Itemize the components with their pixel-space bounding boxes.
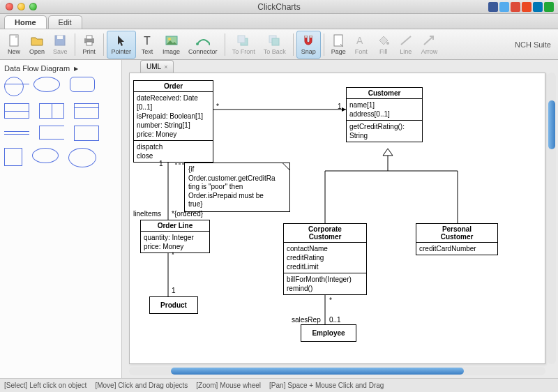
shape-square[interactable] bbox=[4, 148, 22, 166]
linkedin-icon[interactable] bbox=[533, 2, 543, 12]
canvas[interactable]: Order dateReceived: Date [0..1] isPrepai… bbox=[129, 73, 545, 364]
shape-big-ellipse[interactable] bbox=[68, 148, 96, 167]
uml-attrs: creditCardNumber bbox=[416, 242, 497, 255]
shape-palette bbox=[4, 77, 117, 167]
horizontal-scroll-thumb[interactable] bbox=[171, 368, 464, 375]
page-icon bbox=[331, 33, 345, 47]
arrow-icon bbox=[422, 33, 436, 47]
shape-rect[interactable] bbox=[74, 126, 99, 141]
line-button[interactable]: Line bbox=[395, 31, 417, 59]
uml-ops: dispatch close bbox=[134, 140, 213, 162]
toback-label: To Back bbox=[264, 48, 286, 55]
svg-rect-17 bbox=[310, 35, 312, 38]
mult-label: * bbox=[329, 296, 332, 304]
tofront-label: To Front bbox=[232, 48, 255, 55]
uml-title: Employee bbox=[301, 325, 356, 341]
shape-circle[interactable] bbox=[4, 77, 24, 96]
nch-suite-link[interactable]: NCH Suite bbox=[515, 40, 555, 49]
shape-hsplit[interactable] bbox=[4, 103, 29, 119]
tofront-button[interactable]: To Front bbox=[228, 31, 259, 59]
page-label: Page bbox=[331, 48, 346, 55]
ribbon: New Open Save Print Pointer TText Image … bbox=[0, 29, 558, 60]
uml-class-employee[interactable]: Employee bbox=[301, 324, 356, 342]
fill-button[interactable]: Fill bbox=[372, 31, 395, 59]
shape-ellipse[interactable] bbox=[33, 77, 60, 92]
uml-title: Product bbox=[150, 297, 197, 313]
shape-ellipse2[interactable] bbox=[32, 148, 59, 163]
svg-line-22 bbox=[424, 37, 432, 45]
twitter-icon[interactable] bbox=[499, 2, 509, 12]
uml-attrs: quantity: Integer price: Money bbox=[141, 231, 209, 252]
uml-ops: billForMonth(Integer) remind() bbox=[284, 273, 366, 294]
uml-class-customer[interactable]: Customer name[1] address[0..1] getCredit… bbox=[346, 87, 423, 142]
status-select: [Select] Left click on object bbox=[4, 382, 86, 389]
svg-text:T: T bbox=[144, 35, 151, 47]
role-label: lineItems bbox=[133, 210, 161, 218]
shape-panel: Data Flow Diagram bbox=[0, 60, 122, 378]
tofront-icon bbox=[236, 33, 250, 47]
text-button[interactable]: TText bbox=[136, 31, 158, 59]
uml-class-product[interactable]: Product bbox=[149, 296, 198, 314]
vertical-scrollbar[interactable] bbox=[548, 73, 556, 364]
uml-attrs: name[1] address[0..1] bbox=[347, 98, 422, 120]
shape-double-line[interactable] bbox=[4, 131, 29, 135]
googleplus-icon[interactable] bbox=[511, 2, 520, 12]
shape-vsplit[interactable] bbox=[39, 103, 64, 119]
new-label: New bbox=[8, 48, 20, 55]
svg-rect-1 bbox=[15, 35, 18, 38]
facebook-icon[interactable] bbox=[488, 2, 498, 12]
uml-class-order[interactable]: Order dateReceived: Date [0..1] isPrepai… bbox=[133, 80, 213, 163]
document-tab[interactable]: UML × bbox=[140, 60, 174, 73]
stumbleupon-icon[interactable] bbox=[522, 2, 531, 12]
snap-button[interactable]: Snap bbox=[296, 31, 321, 59]
uml-class-personal-customer[interactable]: Personal Customer creditCardNumber bbox=[416, 223, 498, 255]
pointer-icon bbox=[114, 33, 128, 47]
uml-class-orderline[interactable]: Order Line quantity: Integer price: Mone… bbox=[140, 220, 210, 253]
open-icon bbox=[30, 33, 44, 47]
svg-rect-13 bbox=[238, 36, 245, 43]
close-tab-icon[interactable]: × bbox=[164, 63, 167, 70]
mult-label: * bbox=[172, 251, 174, 259]
image-label: Image bbox=[163, 48, 180, 55]
vertical-scroll-thumb[interactable] bbox=[548, 100, 555, 149]
svg-rect-3 bbox=[57, 36, 63, 39]
mult-label: 1 bbox=[172, 287, 176, 294]
shape-line[interactable] bbox=[4, 84, 29, 84]
tab-home[interactable]: Home bbox=[4, 15, 47, 29]
mult-label: 0..1 bbox=[329, 316, 341, 324]
uml-class-corporate-customer[interactable]: Corporate Customer contactName creditRat… bbox=[283, 223, 367, 295]
new-button[interactable]: New bbox=[3, 31, 25, 59]
shape-topbar[interactable] bbox=[74, 103, 99, 119]
share-icon[interactable] bbox=[544, 2, 554, 12]
svg-rect-16 bbox=[305, 35, 307, 38]
tab-edit[interactable]: Edit bbox=[48, 15, 82, 29]
font-button[interactable]: AFont bbox=[350, 31, 372, 59]
shape-panel-header[interactable]: Data Flow Diagram bbox=[4, 64, 117, 73]
image-button[interactable]: Image bbox=[158, 31, 184, 59]
uml-attrs: dateReceived: Date [0..1] isPrepaid: Boo… bbox=[134, 91, 213, 140]
horizontal-scrollbar[interactable] bbox=[129, 367, 545, 375]
connector-button[interactable]: Connector bbox=[184, 31, 222, 59]
open-label: Open bbox=[29, 48, 45, 55]
mult-label: 1 bbox=[338, 103, 342, 110]
open-button[interactable]: Open bbox=[25, 31, 49, 59]
fill-label: Fill bbox=[379, 48, 388, 55]
toback-button[interactable]: To Back bbox=[259, 31, 290, 59]
uml-note[interactable]: {if Order.customer.getCreditRa ting is "… bbox=[184, 163, 290, 212]
snap-icon bbox=[301, 33, 315, 47]
save-icon bbox=[53, 33, 67, 47]
shape-rounded-rect[interactable] bbox=[70, 77, 95, 92]
shape-bracket[interactable] bbox=[39, 126, 64, 140]
pointer-button[interactable]: Pointer bbox=[107, 31, 137, 59]
font-label: Font bbox=[355, 48, 368, 55]
save-button[interactable]: Save bbox=[49, 31, 72, 59]
pointer-label: Pointer bbox=[112, 48, 132, 55]
page-button[interactable]: Page bbox=[327, 31, 350, 59]
connector-icon bbox=[196, 33, 210, 47]
uml-title: Order Line bbox=[141, 220, 209, 231]
text-icon: T bbox=[140, 33, 154, 47]
print-button[interactable]: Print bbox=[78, 31, 100, 59]
role-label: salesRep bbox=[292, 316, 321, 324]
save-label: Save bbox=[53, 48, 68, 55]
arrow-button[interactable]: Arrow bbox=[417, 31, 442, 59]
